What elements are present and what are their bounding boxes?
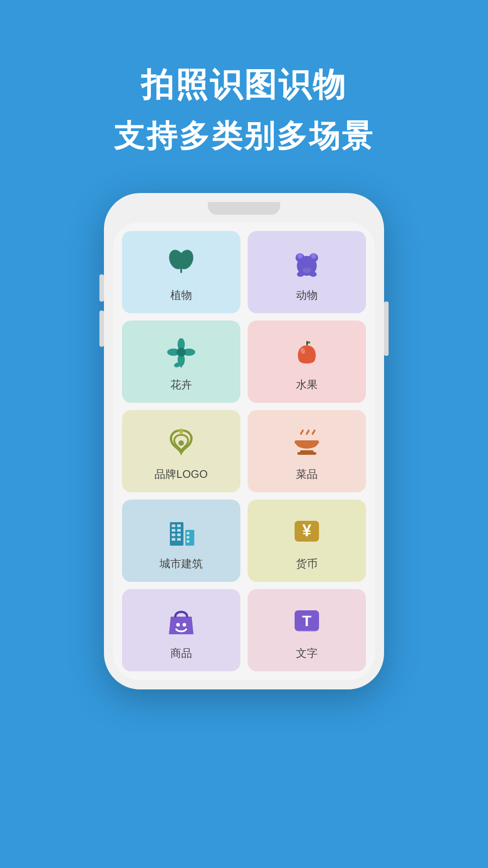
svg-rect-26 <box>177 524 181 527</box>
svg-rect-28 <box>177 529 181 532</box>
svg-rect-18 <box>306 341 308 345</box>
grid-item-text[interactable]: T 文字 <box>248 589 366 671</box>
svg-text:¥: ¥ <box>302 521 311 540</box>
svg-point-39 <box>176 623 180 627</box>
header-section: 拍照识图识物 支持多类别多场景 <box>0 0 488 157</box>
svg-point-40 <box>183 623 186 627</box>
phone-btn-volume-up <box>99 274 104 302</box>
building-icon <box>163 513 199 549</box>
svg-rect-30 <box>177 533 181 536</box>
svg-rect-36 <box>187 540 189 542</box>
grid-item-logo[interactable]: 品牌LOGO <box>122 410 240 492</box>
grid-item-flower[interactable]: 花卉 <box>122 321 240 403</box>
svg-point-6 <box>297 253 303 259</box>
plant-label: 植物 <box>170 288 192 302</box>
svg-rect-2 <box>180 260 182 273</box>
svg-rect-27 <box>172 529 175 532</box>
header-line1: 拍照识图识物 <box>0 63 488 107</box>
shopping-icon <box>163 603 199 639</box>
currency-label: 货币 <box>296 557 318 571</box>
phone-wrapper: 植物 <box>0 193 488 689</box>
shopping-label: 商品 <box>170 646 192 660</box>
building-label: 城市建筑 <box>160 557 203 571</box>
svg-rect-29 <box>172 533 175 536</box>
fruit-icon <box>289 334 325 370</box>
svg-rect-21 <box>295 440 319 444</box>
phone-btn-power <box>384 302 389 356</box>
animal-icon <box>289 245 325 281</box>
grid-item-animal[interactable]: 动物 <box>248 231 366 313</box>
phone-screen: 植物 <box>113 222 375 680</box>
phone-btn-volume-down <box>99 311 104 347</box>
fruit-label: 水果 <box>296 377 318 392</box>
svg-rect-34 <box>187 532 189 534</box>
grid-item-shopping[interactable]: 商品 <box>122 589 240 671</box>
grid-item-fruit[interactable]: 水果 <box>248 321 366 403</box>
flower-label: 花卉 <box>170 377 192 392</box>
svg-rect-35 <box>187 536 189 538</box>
phone-frame: 植物 <box>104 193 384 689</box>
flower-icon <box>163 334 199 370</box>
svg-text:T: T <box>302 612 312 629</box>
svg-point-20 <box>178 440 184 446</box>
grid-item-building[interactable]: 城市建筑 <box>122 500 240 582</box>
svg-rect-23 <box>297 452 316 455</box>
logo-label: 品牌LOGO <box>155 467 207 481</box>
currency-icon: ¥ <box>289 513 325 549</box>
text-label: 文字 <box>296 646 318 660</box>
svg-rect-31 <box>172 538 175 541</box>
food-icon <box>289 424 325 460</box>
grid-item-food[interactable]: 菜品 <box>248 410 366 492</box>
category-grid: 植物 <box>122 231 366 671</box>
svg-point-7 <box>311 253 316 259</box>
logo-icon <box>163 424 199 460</box>
svg-rect-32 <box>177 538 181 541</box>
svg-rect-25 <box>172 524 175 527</box>
svg-rect-43 <box>298 630 315 632</box>
text-icon: T <box>289 603 325 639</box>
plant-icon <box>163 245 199 281</box>
phone-notch <box>208 202 280 215</box>
animal-label: 动物 <box>296 288 318 302</box>
header-line2: 支持多类别多场景 <box>0 116 488 157</box>
grid-item-currency[interactable]: ¥ 货币 <box>248 500 366 582</box>
svg-point-15 <box>177 348 186 357</box>
food-label: 菜品 <box>296 467 318 481</box>
grid-item-plant[interactable]: 植物 <box>122 231 240 313</box>
